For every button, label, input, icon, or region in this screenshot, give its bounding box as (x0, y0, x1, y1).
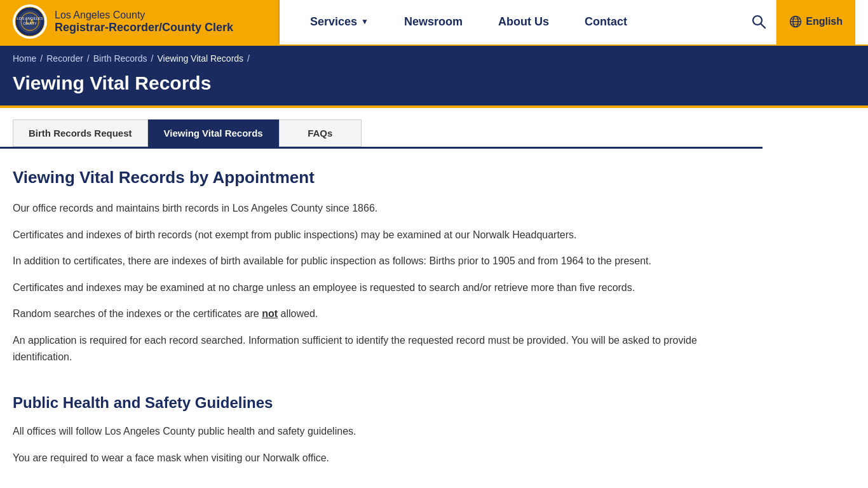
section2-title: Public Health and Safety Guidelines (13, 394, 750, 412)
breadcrumb-sep-3: / (151, 53, 154, 64)
breadcrumb-recorder[interactable]: Recorder (46, 53, 83, 64)
org-name: Los Angeles County Registrar-Recorder/Co… (55, 9, 233, 35)
para-7: All offices will follow Los Angeles Coun… (13, 423, 750, 440)
main-content: Viewing Vital Records by Appointment Our… (0, 149, 763, 488)
tab-birth-records-request[interactable]: Birth Records Request (13, 119, 148, 147)
search-button[interactable] (742, 15, 776, 29)
logo-area[interactable]: LA LOS ANGELES COUNTY Los Angeles County… (0, 0, 280, 43)
svg-text:LOS ANGELES: LOS ANGELES (17, 17, 43, 20)
nav-newsroom[interactable]: Newsroom (386, 0, 480, 44)
globe-icon (789, 15, 802, 28)
breadcrumb-sep-1: / (40, 53, 43, 64)
breadcrumb-home[interactable]: Home (13, 53, 36, 64)
para-5: Random searches of the indexes or the ce… (13, 306, 750, 322)
page-title-bar: Viewing Vital Records (0, 67, 868, 105)
tab-faqs[interactable]: FAQs (279, 119, 362, 147)
para-2: Certificates and indexes of birth record… (13, 227, 750, 243)
svg-text:COUNTY: COUNTY (23, 22, 37, 25)
breadcrumb-sep-4: / (247, 53, 250, 64)
chevron-down-icon: ▼ (361, 17, 369, 26)
para-6: An application is required for each reco… (13, 332, 750, 365)
para-1: Our office records and maintains birth r… (13, 200, 750, 217)
svg-line-7 (761, 24, 766, 29)
para-3: In addition to certificates, there are i… (13, 253, 750, 269)
search-icon (752, 15, 766, 29)
para-8: You are required to wear a face mask whe… (13, 450, 750, 466)
breadcrumb-sep-2: / (87, 53, 90, 64)
nav-about-us[interactable]: About Us (480, 0, 567, 44)
language-selector[interactable]: English (776, 0, 855, 44)
nav-contact[interactable]: Contact (567, 0, 645, 44)
breadcrumb: Home / Recorder / Birth Records / Viewin… (0, 51, 868, 67)
org-logo: LA LOS ANGELES COUNTY (13, 4, 47, 39)
breadcrumb-section: Home / Recorder / Birth Records / Viewin… (0, 46, 868, 108)
nav-services[interactable]: Services ▼ (292, 0, 386, 44)
not-text: not (262, 308, 278, 319)
para-4: Certificates and indexes may be examined… (13, 280, 750, 296)
breadcrumb-current: Viewing Vital Records (157, 53, 243, 64)
page-title: Viewing Vital Records (13, 72, 855, 94)
section-divider (13, 375, 750, 394)
tab-viewing-vital-records[interactable]: Viewing Vital Records (148, 119, 279, 149)
tabs-container: Birth Records Request Viewing Vital Reco… (0, 108, 763, 149)
org-name-top: Los Angeles County (55, 9, 233, 21)
section1-title: Viewing Vital Records by Appointment (13, 168, 750, 187)
org-name-bottom: Registrar-Recorder/County Clerk (55, 21, 233, 35)
main-nav: Services ▼ Newsroom About Us Contact (280, 0, 868, 44)
breadcrumb-birth-records[interactable]: Birth Records (93, 53, 147, 64)
site-header: LA LOS ANGELES COUNTY Los Angeles County… (0, 0, 868, 46)
